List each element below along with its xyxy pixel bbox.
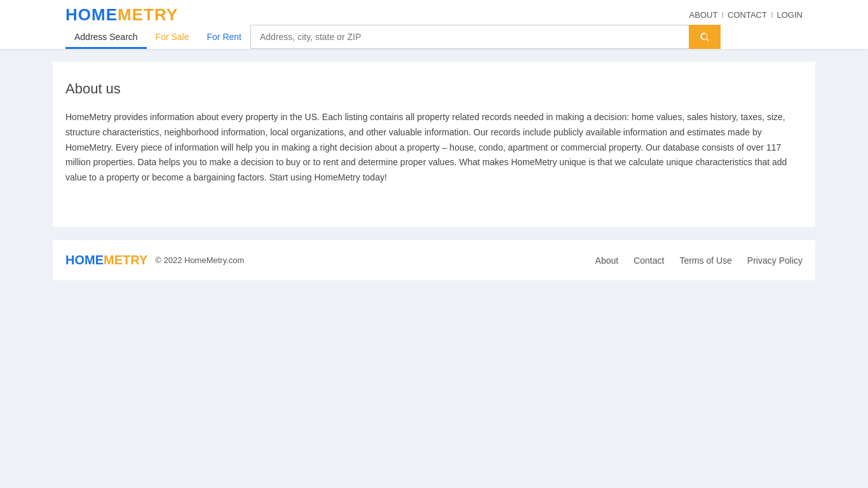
nav-contact[interactable]: CONTACT: [728, 10, 767, 20]
footer-copyright: © 2022 HomeMetry.com: [155, 255, 244, 265]
nav-about[interactable]: ABOUT: [689, 10, 718, 20]
search-bar: [250, 25, 721, 49]
search-icon: [699, 31, 710, 43]
footer-left: HOMEMETRY © 2022 HomeMetry.com: [65, 253, 244, 268]
logo-home: HOME: [65, 5, 118, 25]
main-content: About us HomeMetry provides information …: [53, 62, 815, 227]
logo[interactable]: HOMEMETRY: [65, 5, 178, 25]
footer-link-privacy[interactable]: Privacy Policy: [747, 255, 803, 266]
footer-logo-metry: METRY: [104, 253, 147, 267]
header-nav: ABOUT I CONTACT I LOGIN: [689, 10, 803, 20]
footer-link-contact[interactable]: Contact: [634, 255, 664, 266]
footer-link-about[interactable]: About: [595, 255, 619, 266]
footer: HOMEMETRY © 2022 HomeMetry.com About Con…: [53, 240, 815, 280]
about-text: HomeMetry provides information about eve…: [65, 110, 803, 186]
nav-login[interactable]: LOGIN: [777, 10, 803, 20]
nav-tabs: Address Search For Sale For Rent: [65, 27, 250, 49]
search-input[interactable]: [250, 25, 689, 49]
tab-address-search[interactable]: Address Search: [65, 27, 147, 49]
tab-for-rent[interactable]: For Rent: [198, 27, 250, 49]
footer-logo-home: HOME: [65, 253, 104, 267]
tab-for-sale[interactable]: For Sale: [147, 27, 198, 49]
separator-2: I: [771, 10, 773, 20]
separator-1: I: [721, 10, 724, 20]
footer-logo[interactable]: HOMEMETRY: [65, 253, 147, 268]
about-title: About us: [65, 81, 803, 97]
logo-metry: METRY: [118, 5, 178, 25]
search-button[interactable]: [689, 25, 721, 49]
footer-links: About Contact Terms of Use Privacy Polic…: [595, 255, 803, 266]
footer-link-terms[interactable]: Terms of Use: [679, 255, 731, 266]
